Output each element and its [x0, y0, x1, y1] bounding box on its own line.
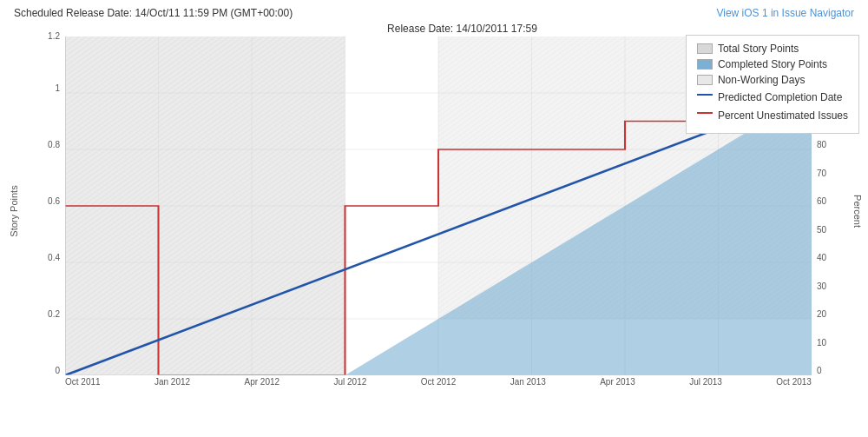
x-tick-apr2013: Apr 2013: [600, 377, 635, 387]
y-tick-right-40: 40: [817, 253, 826, 262]
y-tick-left-12: 1.2: [48, 31, 60, 41]
x-tick-apr2012: Apr 2012: [245, 377, 280, 387]
legend-item-nonworking: Non-Working Days: [697, 74, 848, 86]
legend-item-total: Total Story Points: [697, 43, 848, 55]
legend-label-unestimated: Percent Unestimated Issues: [718, 109, 848, 122]
y-axis-right-label: Percent: [852, 195, 863, 228]
y-tick-left-1: 1: [55, 83, 60, 93]
y-tick-left-04: 0.4: [48, 253, 60, 262]
legend-swatch-nonworking: [697, 75, 713, 85]
scheduled-release-label: Scheduled Release Date: 14/Oct/11 11:59 …: [14, 7, 293, 19]
legend-swatch-predicted: [697, 94, 713, 104]
y-tick-left-0: 0: [55, 366, 60, 375]
legend-swatch-total: [697, 43, 713, 54]
release-date-label: Release Date: 14/10/2011 17:59: [65, 23, 859, 35]
legend-item-completed: Completed Story Points: [697, 58, 848, 70]
x-tick-oct2011: Oct 2011: [65, 377, 101, 387]
x-tick-jan2012: Jan 2012: [155, 377, 190, 387]
y-axis-left: Story Points 0 0.2 0.4 0.6 0.8 1 1.2: [9, 36, 65, 375]
x-tick-jul2013: Jul 2013: [689, 377, 722, 387]
x-tick-jul2012: Jul 2012: [333, 377, 366, 387]
legend-item-unestimated: Percent Unestimated Issues: [697, 108, 848, 122]
y-tick-right-70: 70: [817, 169, 826, 178]
legend-item-predicted: Predicted Completion Date: [697, 89, 848, 104]
legend-label-completed: Completed Story Points: [718, 58, 827, 70]
legend: Total Story Points Completed Story Point…: [686, 35, 859, 134]
y-tick-right-20: 20: [817, 309, 826, 319]
header: Scheduled Release Date: 14/Oct/11 11:59 …: [0, 0, 868, 23]
y-tick-right-60: 60: [817, 196, 826, 206]
x-axis: Oct 2011 Jan 2012 Apr 2012 Jul 2012 Oct …: [9, 377, 859, 387]
view-ios-link[interactable]: View iOS 1 in Issue Navigator: [716, 7, 854, 19]
x-tick-oct2012: Oct 2012: [421, 377, 457, 387]
y-tick-right-0: 0: [817, 366, 822, 375]
legend-label-nonworking: Non-Working Days: [718, 74, 805, 86]
y-tick-right-80: 80: [817, 140, 826, 149]
y-axis-left-label: Story Points: [9, 185, 19, 236]
y-tick-left-02: 0.2: [48, 309, 60, 319]
legend-swatch-unestimated: [697, 112, 713, 122]
y-tick-right-30: 30: [817, 281, 826, 291]
y-tick-right-10: 10: [817, 338, 826, 348]
y-tick-left-06: 0.6: [48, 196, 60, 206]
y-tick-left-08: 0.8: [48, 140, 60, 149]
legend-label-total: Total Story Points: [718, 43, 799, 55]
y-tick-right-50: 50: [817, 225, 826, 235]
legend-swatch-completed: [697, 59, 713, 70]
x-tick-jan2013: Jan 2013: [510, 377, 546, 387]
legend-label-predicted: Predicted Completion Date: [718, 91, 842, 103]
page-wrapper: Scheduled Release Date: 14/Oct/11 11:59 …: [0, 0, 868, 387]
x-tick-oct2013: Oct 2013: [776, 377, 812, 387]
